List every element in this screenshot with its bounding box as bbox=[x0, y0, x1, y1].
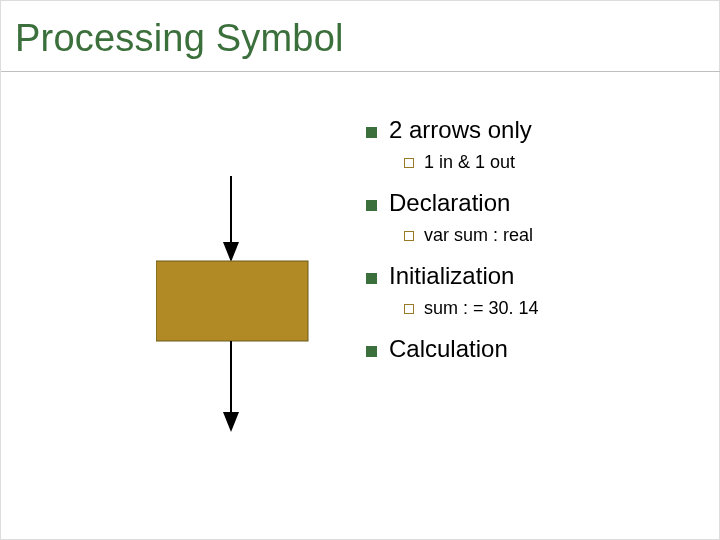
outline-square-bullet-icon bbox=[404, 304, 414, 314]
list-subitem: var sum : real bbox=[404, 225, 696, 246]
page-title: Processing Symbol bbox=[15, 17, 344, 60]
outline-square-bullet-icon bbox=[404, 158, 414, 168]
square-bullet-icon bbox=[366, 127, 377, 138]
list-item-label: Calculation bbox=[389, 335, 508, 363]
square-bullet-icon bbox=[366, 200, 377, 211]
square-bullet-icon bbox=[366, 273, 377, 284]
list-item: Calculation bbox=[366, 335, 696, 363]
list-subitem-label: 1 in & 1 out bbox=[424, 152, 515, 173]
list-subitem-label: var sum : real bbox=[424, 225, 533, 246]
list-item: Declaration bbox=[366, 189, 696, 217]
list-item-label: 2 arrows only bbox=[389, 116, 532, 144]
list-item-label: Declaration bbox=[389, 189, 510, 217]
process-rect bbox=[156, 261, 308, 341]
list-item-label: Initialization bbox=[389, 262, 514, 290]
list-subitem: 1 in & 1 out bbox=[404, 152, 696, 173]
list-item: Initialization bbox=[366, 262, 696, 290]
list-item: 2 arrows only bbox=[366, 116, 696, 144]
process-symbol-diagram bbox=[156, 176, 356, 451]
square-bullet-icon bbox=[366, 346, 377, 357]
slide: Processing Symbol 2 arrows only 1 in & 1… bbox=[0, 0, 720, 540]
list-subitem: sum : = 30. 14 bbox=[404, 298, 696, 319]
content-list: 2 arrows only 1 in & 1 out Declaration v… bbox=[366, 116, 696, 363]
title-underline bbox=[1, 71, 720, 72]
process-symbol-svg bbox=[156, 176, 356, 451]
outline-square-bullet-icon bbox=[404, 231, 414, 241]
list-subitem-label: sum : = 30. 14 bbox=[424, 298, 539, 319]
